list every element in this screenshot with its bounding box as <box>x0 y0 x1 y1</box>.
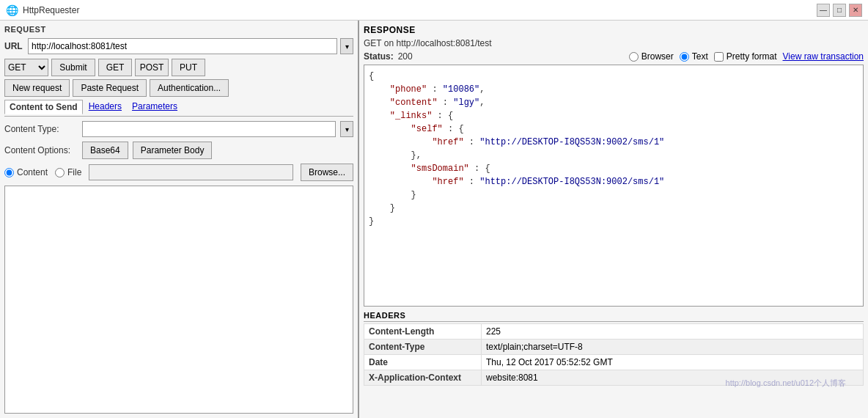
browse-button[interactable]: Browse... <box>301 164 353 181</box>
header-row-x-app-context: X-Application-Context website:8081 <box>364 370 864 386</box>
header-key-date: Date <box>364 355 482 370</box>
headers-table: Content-Length 225 Content-Type text/pla… <box>364 323 864 386</box>
right-panel: Response GET on http://localhost:8081/te… <box>359 21 868 418</box>
content-file-row: Content File Browse... <box>4 164 353 181</box>
app-title: HttpRequester <box>23 5 79 15</box>
content-type-input[interactable] <box>82 121 336 137</box>
file-radio[interactable] <box>55 168 65 177</box>
base64-button[interactable]: Base64 <box>82 142 128 159</box>
method-select[interactable]: GET POST PUT DELETE HEAD <box>4 59 48 76</box>
header-row-date: Date Thu, 12 Oct 2017 05:52:52 GMT <box>364 355 864 370</box>
submit-button[interactable]: Submit <box>51 59 95 76</box>
response-section-title: Response <box>364 25 416 35</box>
url-row: URL ▾ <box>4 38 353 54</box>
file-radio-label[interactable]: File <box>55 167 81 177</box>
header-value-content-length: 225 <box>482 324 864 340</box>
content-options-row: Content Options: Base64 Parameter Body <box>4 142 353 159</box>
status-value: 200 <box>398 51 413 62</box>
file-path-input[interactable] <box>89 164 293 180</box>
main-container: Request URL ▾ GET POST PUT DELETE HEAD S… <box>0 21 868 418</box>
title-bar: 🌐 HttpRequester — □ ✕ <box>0 0 868 21</box>
title-bar-left: 🌐 HttpRequester <box>6 4 79 16</box>
header-row-content-length: Content-Length 225 <box>364 324 864 340</box>
minimize-button[interactable]: — <box>817 4 830 17</box>
view-raw-transaction-link[interactable]: View raw transaction <box>783 51 864 62</box>
authentication-button[interactable]: Authentication... <box>150 79 229 97</box>
format-row: Browser Text Pretty format View raw tran… <box>629 51 864 62</box>
text-radio-label[interactable]: Text <box>680 51 708 62</box>
maximize-button[interactable]: □ <box>833 4 846 17</box>
url-dropdown-button[interactable]: ▾ <box>340 38 353 54</box>
browser-radio-label[interactable]: Browser <box>629 51 674 62</box>
paste-request-button[interactable]: Paste Request <box>73 79 147 97</box>
get-button[interactable]: GET <box>98 59 132 76</box>
text-radio[interactable] <box>680 52 689 62</box>
status-row: Status: 200 <box>364 51 413 62</box>
header-value-content-type: text/plain;charset=UTF-8 <box>482 340 864 355</box>
status-label: Status: <box>364 51 394 62</box>
param-body-button[interactable]: Parameter Body <box>133 142 213 159</box>
new-request-button[interactable]: New request <box>4 79 70 97</box>
actions-row: New request Paste Request Authentication… <box>4 79 353 97</box>
response-body: { "phone" : "10086", "content" : "lgy", … <box>364 65 864 307</box>
tab-parameters[interactable]: Parameters <box>128 100 182 114</box>
header-value-date: Thu, 12 Oct 2017 05:52:52 GMT <box>482 355 864 370</box>
title-bar-controls: — □ ✕ <box>817 4 862 17</box>
close-button[interactable]: ✕ <box>849 4 862 17</box>
post-button[interactable]: POST <box>135 59 169 76</box>
tab-bar: Content to Send Headers Parameters <box>4 100 353 117</box>
content-radio[interactable] <box>4 168 14 177</box>
request-section-title: Request <box>4 25 353 34</box>
browser-radio[interactable] <box>629 52 639 62</box>
left-panel: Request URL ▾ GET POST PUT DELETE HEAD S… <box>0 21 359 418</box>
header-key-content-length: Content-Length <box>364 324 482 340</box>
headers-section: Headers Content-Length 225 Content-Type … <box>364 311 864 386</box>
response-url: GET on http://localhost:8081/test <box>364 38 864 48</box>
url-input[interactable] <box>28 38 337 54</box>
tab-headers[interactable]: Headers <box>84 100 126 114</box>
header-key-content-type: Content-Type <box>364 340 482 355</box>
header-key-x-app-context: X-Application-Context <box>364 370 482 386</box>
response-brace-open: { <box>369 71 374 81</box>
content-options-label: Content Options: <box>4 145 78 155</box>
content-textarea[interactable] <box>4 186 353 414</box>
header-row-content-type: Content-Type text/plain;charset=UTF-8 <box>364 340 864 355</box>
header-value-x-app-context: website:8081 <box>482 370 864 386</box>
headers-tbody: Content-Length 225 Content-Type text/pla… <box>364 324 864 386</box>
headers-section-title: Headers <box>364 311 864 322</box>
pretty-format-checkbox[interactable] <box>714 52 724 62</box>
response-header-row: Response <box>364 25 864 35</box>
content-radio-label[interactable]: Content <box>4 167 48 177</box>
tab-content-to-send[interactable]: Content to Send <box>4 100 83 114</box>
pretty-format-radio-label[interactable]: Pretty format <box>714 51 777 62</box>
method-row: GET POST PUT DELETE HEAD Submit GET POST… <box>4 59 353 76</box>
content-type-label: Content Type: <box>4 124 78 134</box>
put-button[interactable]: PUT <box>172 59 205 76</box>
app-icon: 🌐 <box>6 4 18 16</box>
content-type-dropdown[interactable]: ▾ <box>340 121 353 137</box>
content-type-row: Content Type: ▾ <box>4 121 353 137</box>
url-label: URL <box>4 41 25 51</box>
